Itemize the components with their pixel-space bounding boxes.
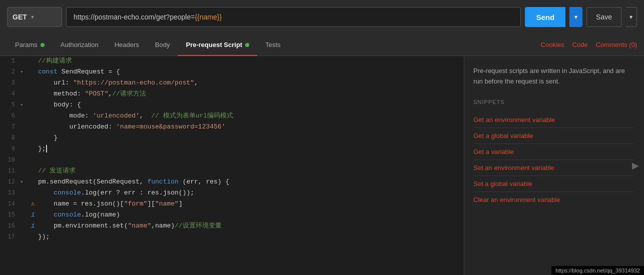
line-fold-arrow[interactable] xyxy=(20,144,28,145)
save-button[interactable]: Save xyxy=(586,7,621,27)
tooltip-bar: https://blog.csdn.net/qq_39314932 xyxy=(551,266,644,275)
top-bar: GET ▾ https://postman-echo.com/get?peopl… xyxy=(0,0,644,34)
panel-description: Pre-request scripts are written in JavaS… xyxy=(473,66,635,87)
line-number: 4 xyxy=(0,89,20,99)
snippet-item[interactable]: Set a global variable xyxy=(473,176,635,192)
send-button[interactable]: Send xyxy=(525,7,565,27)
line-indicator: i xyxy=(28,221,38,232)
line-code: console.log(name) xyxy=(38,210,464,220)
code-line: 1//构建请求 xyxy=(0,56,464,67)
line-code: // 发送请求 xyxy=(38,166,464,176)
line-number: 2 xyxy=(0,67,20,77)
line-fold-arrow[interactable] xyxy=(20,111,28,112)
line-fold-arrow[interactable] xyxy=(20,56,28,57)
code-line: 12▾pm.sendRequest(SendRequest, function … xyxy=(0,177,464,188)
cookies-link[interactable]: Cookies xyxy=(541,41,564,48)
method-chevron-icon: ▾ xyxy=(31,14,34,20)
snippet-item[interactable]: Get an environment variable xyxy=(473,112,635,128)
line-number: 6 xyxy=(0,111,20,121)
code-line: 9}; xyxy=(0,144,464,155)
code-editor[interactable]: 1//构建请求2▾const SendRequest = {3 url: "ht… xyxy=(0,56,464,275)
code-line: 5▾ body: { xyxy=(0,100,464,111)
code-line: 3 url: "https://postman-echo.com/post", xyxy=(0,78,464,89)
line-number: 13 xyxy=(0,188,20,198)
line-number: 10 xyxy=(0,155,20,165)
info-icon: i xyxy=(31,222,35,230)
tab-authorization-label: Authorization xyxy=(61,41,99,48)
tab-pre-request-dot xyxy=(245,43,249,47)
line-indicator: ⚠ xyxy=(28,199,38,210)
tab-list: Params Authorization Headers Body Pre-re… xyxy=(7,34,541,56)
line-fold-arrow[interactable] xyxy=(20,122,28,123)
line-fold-arrow[interactable] xyxy=(20,78,28,79)
snippet-item[interactable]: Get a variable xyxy=(473,144,635,160)
code-link[interactable]: Code xyxy=(572,41,588,48)
line-fold-arrow[interactable] xyxy=(20,221,28,222)
line-number: 15 xyxy=(0,210,20,220)
tab-pre-request-script[interactable]: Pre-request Script xyxy=(178,34,257,56)
line-number: 11 xyxy=(0,166,20,176)
line-code: url: "https://postman-echo.com/post", xyxy=(38,78,464,88)
tab-body[interactable]: Body xyxy=(147,34,178,56)
url-prefix: https://postman-echo.com/get?people= xyxy=(74,13,195,21)
code-line: 13 console.log(err ? err : res.json()); xyxy=(0,188,464,199)
line-fold-arrow[interactable] xyxy=(20,133,28,134)
snippets-title: SNIPPETS xyxy=(473,99,635,105)
line-fold-arrow[interactable] xyxy=(20,166,28,167)
line-code: urlencoded: 'name=mouse&password=123456' xyxy=(38,122,464,132)
line-number: 17 xyxy=(0,232,20,242)
tab-right-actions: Cookies Code Comments (0) xyxy=(541,41,637,48)
snippets-list: Get an environment variableGet a global … xyxy=(473,112,635,208)
tab-headers[interactable]: Headers xyxy=(107,34,147,56)
code-line: 7 urlencoded: 'name=mouse&password=12345… xyxy=(0,122,464,133)
tab-authorization[interactable]: Authorization xyxy=(53,34,107,56)
line-code: pm.environment.set("name",name)//设置环境变量 xyxy=(38,221,464,232)
line-fold-arrow[interactable] xyxy=(20,232,28,233)
line-number: 3 xyxy=(0,78,20,88)
method-select[interactable]: GET ▾ xyxy=(7,7,62,27)
line-code: mode: 'urlencoded', // 模式为表单url编码模式 xyxy=(38,111,464,122)
line-code: }; xyxy=(38,144,464,154)
code-line: 11// 发送请求 xyxy=(0,166,464,177)
snippet-item[interactable]: Get a global variable xyxy=(473,128,635,144)
code-line: 2▾const SendRequest = { xyxy=(0,67,464,78)
line-code: method: "POST",//请求方法 xyxy=(38,89,464,100)
panel-expand-icon[interactable]: ▶ xyxy=(632,160,639,171)
line-fold-arrow[interactable]: ▾ xyxy=(20,100,28,110)
tab-params-dot xyxy=(41,43,45,47)
line-code: console.log(err ? err : res.json()); xyxy=(38,188,464,198)
method-label: GET xyxy=(13,13,27,21)
code-line: 6 mode: 'urlencoded', // 模式为表单url编码模式 xyxy=(0,111,464,122)
line-number: 14 xyxy=(0,199,20,209)
send-dropdown-button[interactable]: ▾ xyxy=(569,7,582,27)
tab-bar: Params Authorization Headers Body Pre-re… xyxy=(0,34,644,56)
line-fold-arrow[interactable] xyxy=(20,188,28,189)
line-number: 12 xyxy=(0,177,20,187)
tab-tests[interactable]: Tests xyxy=(257,34,288,56)
line-fold-arrow[interactable] xyxy=(20,89,28,90)
code-line: 4 method: "POST",//请求方法 xyxy=(0,89,464,100)
code-line: 10 xyxy=(0,155,464,166)
url-bar[interactable]: https://postman-echo.com/get?people={{na… xyxy=(66,7,521,27)
snippet-item[interactable]: Clear an environment variable xyxy=(473,192,635,208)
code-line: 14⚠ name = res.json()["form"]["name"] xyxy=(0,199,464,210)
tab-body-label: Body xyxy=(155,41,170,48)
line-fold-arrow[interactable] xyxy=(20,199,28,200)
right-panel: ▶ Pre-request scripts are written in Jav… xyxy=(464,56,644,275)
code-lines: 1//构建请求2▾const SendRequest = {3 url: "ht… xyxy=(0,56,464,275)
line-code: } xyxy=(38,133,464,144)
line-fold-arrow[interactable] xyxy=(20,155,28,156)
warning-icon: ⚠ xyxy=(31,200,35,208)
line-code: //构建请求 xyxy=(38,56,464,66)
line-fold-arrow[interactable] xyxy=(20,210,28,211)
line-number: 7 xyxy=(0,122,20,132)
line-fold-arrow[interactable]: ▾ xyxy=(20,177,28,187)
snippet-item[interactable]: Set an environment variable xyxy=(473,160,635,176)
line-fold-arrow[interactable]: ▾ xyxy=(20,67,28,77)
main-content: 1//构建请求2▾const SendRequest = {3 url: "ht… xyxy=(0,56,644,275)
line-number: 5 xyxy=(0,100,20,110)
save-dropdown-button[interactable]: ▾ xyxy=(625,7,637,27)
comments-link[interactable]: Comments (0) xyxy=(596,41,637,48)
tab-params[interactable]: Params xyxy=(7,34,53,56)
tab-headers-label: Headers xyxy=(115,41,139,48)
